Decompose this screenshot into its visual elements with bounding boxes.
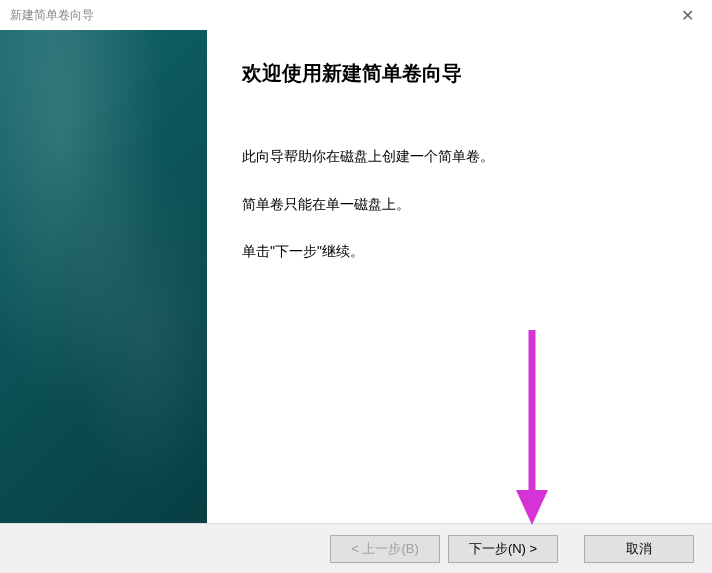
wizard-paragraph-1: 此向导帮助你在磁盘上创建一个简单卷。 — [242, 147, 672, 167]
wizard-heading: 欢迎使用新建简单卷向导 — [242, 60, 672, 87]
close-icon[interactable]: ✕ — [672, 6, 702, 25]
wizard-paragraph-3: 单击"下一步"继续。 — [242, 242, 672, 262]
button-bar: < 上一步(B) 下一步(N) > 取消 — [0, 523, 712, 573]
wizard-paragraph-2: 简单卷只能在单一磁盘上。 — [242, 195, 672, 215]
cancel-button[interactable]: 取消 — [584, 535, 694, 563]
back-button: < 上一步(B) — [330, 535, 440, 563]
next-button[interactable]: 下一步(N) > — [448, 535, 558, 563]
main-content: 欢迎使用新建简单卷向导 此向导帮助你在磁盘上创建一个简单卷。 简单卷只能在单一磁… — [207, 30, 712, 523]
titlebar: 新建简单卷向导 ✕ — [0, 0, 712, 30]
window-title: 新建简单卷向导 — [10, 7, 94, 24]
wizard-sidebar-image — [0, 30, 207, 523]
content-area: 欢迎使用新建简单卷向导 此向导帮助你在磁盘上创建一个简单卷。 简单卷只能在单一磁… — [0, 30, 712, 523]
